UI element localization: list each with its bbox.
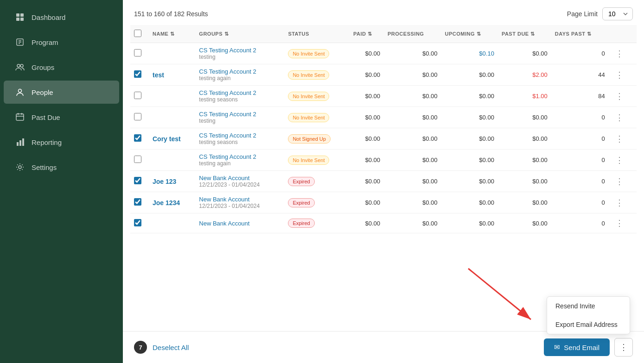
past-due-cell: $0.00 <box>498 128 551 150</box>
select-all-checkbox[interactable] <box>134 30 141 37</box>
settings-icon <box>15 162 25 172</box>
group-name[interactable]: New Bank Account <box>199 196 281 203</box>
row-more-cell: ⋮ <box>609 213 637 233</box>
status-badge: No Invite Sent <box>288 92 329 101</box>
processing-cell: $0.00 <box>384 107 441 128</box>
header-processing: PROCESSING <box>384 25 441 43</box>
past-due-cell: $0.00 <box>498 107 551 128</box>
processing-cell: $0.00 <box>384 128 441 150</box>
group-name[interactable]: New Bank Account <box>199 220 281 227</box>
row-checkbox[interactable] <box>134 92 141 99</box>
row-checkbox[interactable] <box>134 49 141 56</box>
header-past-due[interactable]: PAST DUE ⇅ <box>498 25 551 43</box>
status-cell: No Invite Sent <box>284 150 350 171</box>
table-row: CS Testing Account 2testing againNo Invi… <box>130 150 637 171</box>
upcoming-cell: $0.00 <box>441 128 497 150</box>
days-past-cell: 0 <box>551 107 609 128</box>
group-sub: testing <box>199 118 281 124</box>
row-more-cell: ⋮ <box>609 192 637 213</box>
group-name[interactable]: CS Testing Account 2 <box>199 68 281 75</box>
upcoming-cell: $0.00 <box>441 86 497 107</box>
svg-rect-3 <box>20 18 24 21</box>
row-more-button[interactable]: ⋮ <box>612 217 626 229</box>
status-badge: Expired <box>288 198 314 207</box>
days-past-cell: 0 <box>551 150 609 171</box>
results-count: 151 to 160 of 182 Results <box>134 10 208 18</box>
header-upcoming[interactable]: UPCOMING ⇅ <box>441 25 497 43</box>
group-name[interactable]: New Bank Account <box>199 175 281 182</box>
row-checkbox[interactable] <box>134 177 141 184</box>
more-actions-button[interactable]: ⋮ <box>614 338 633 357</box>
sidebar: Dashboard Program Groups People Past Due… <box>0 0 123 363</box>
upcoming-cell: $0.00 <box>441 213 497 233</box>
row-checkbox[interactable] <box>134 219 141 226</box>
status-badge: No Invite Sent <box>288 49 329 58</box>
group-name[interactable]: CS Testing Account 2 <box>199 89 281 96</box>
context-export-email[interactable]: Export Email Address <box>547 315 630 334</box>
svg-rect-2 <box>16 18 19 21</box>
row-checkbox[interactable] <box>134 198 141 206</box>
row-more-button[interactable]: ⋮ <box>612 69 626 81</box>
group-cell: New Bank Account <box>195 213 284 233</box>
sidebar-label-settings: Settings <box>32 163 57 171</box>
sidebar-item-settings[interactable]: Settings <box>4 156 119 179</box>
bottom-bar: 7 Deselect All ✉ Send Email ⋮ <box>123 331 644 363</box>
send-email-button[interactable]: ✉ Send Email <box>544 338 610 356</box>
header-name[interactable]: NAME ⇅ <box>149 25 195 43</box>
group-name[interactable]: CS Testing Account 2 <box>199 132 281 139</box>
status-cell: No Invite Sent <box>284 107 350 128</box>
person-name-cell <box>149 86 195 107</box>
group-name[interactable]: CS Testing Account 2 <box>199 111 281 118</box>
header-status: STATUS <box>284 25 350 43</box>
sidebar-item-people[interactable]: People <box>4 81 119 104</box>
svg-rect-16 <box>19 140 21 146</box>
sidebar-item-pastdue[interactable]: Past Due <box>4 106 119 129</box>
group-cell: CS Testing Account 2testing <box>195 107 284 128</box>
header-paid[interactable]: PAID ⇅ <box>350 25 384 43</box>
context-menu: Resend Invite Export Email Address <box>547 296 630 334</box>
svg-point-9 <box>20 64 23 67</box>
header-groups[interactable]: GROUPS ⇅ <box>195 25 284 43</box>
header-days-past[interactable]: DAYS PAST ⇅ <box>551 25 609 43</box>
group-name[interactable]: CS Testing Account 2 <box>199 47 281 54</box>
row-more-button[interactable]: ⋮ <box>612 48 626 60</box>
paid-cell: $0.00 <box>350 86 384 107</box>
sidebar-item-groups[interactable]: Groups <box>4 56 119 79</box>
row-more-cell: ⋮ <box>609 107 637 128</box>
row-more-button[interactable]: ⋮ <box>612 133 626 145</box>
group-sub: testing seasons <box>199 139 281 145</box>
sidebar-item-reporting[interactable]: Reporting <box>4 131 119 154</box>
days-past-cell: 0 <box>551 43 609 64</box>
page-limit-select[interactable]: 10 25 50 100 <box>602 7 633 20</box>
row-checkbox[interactable] <box>134 70 141 78</box>
send-email-label: Send Email <box>564 344 599 351</box>
row-more-button[interactable]: ⋮ <box>612 112 626 124</box>
row-more-button[interactable]: ⋮ <box>612 197 626 209</box>
paid-cell: $0.00 <box>350 64 384 86</box>
sidebar-item-program[interactable]: Program <box>4 31 119 54</box>
group-cell: New Bank Account12/21/2023 - 01/04/2024 <box>195 171 284 192</box>
row-checkbox[interactable] <box>134 134 141 142</box>
row-checkbox[interactable] <box>134 113 141 120</box>
header-actions <box>609 25 637 43</box>
person-name[interactable]: Cory test <box>153 135 181 143</box>
status-badge: No Invite Sent <box>288 70 329 80</box>
row-more-button[interactable]: ⋮ <box>612 175 626 188</box>
main-content: 151 to 160 of 182 Results Page Limit 10 … <box>123 0 644 363</box>
table-row: Joe 123New Bank Account12/21/2023 - 01/0… <box>130 171 637 192</box>
context-resend-invite[interactable]: Resend Invite <box>547 297 630 315</box>
past-due-cell: $0.00 <box>498 192 551 213</box>
group-name[interactable]: CS Testing Account 2 <box>199 153 281 160</box>
deselect-all-button[interactable]: Deselect All <box>153 344 189 351</box>
sidebar-item-dashboard[interactable]: Dashboard <box>4 6 119 29</box>
person-name[interactable]: Joe 1234 <box>153 199 180 207</box>
days-past-cell: 44 <box>551 64 609 86</box>
row-checkbox[interactable] <box>134 156 141 163</box>
person-name[interactable]: test <box>153 71 164 79</box>
upcoming-cell: $0.00 <box>441 192 497 213</box>
svg-rect-17 <box>22 138 24 146</box>
person-name[interactable]: Joe 123 <box>153 178 176 185</box>
row-more-button[interactable]: ⋮ <box>612 90 626 102</box>
status-cell: No Invite Sent <box>284 86 350 107</box>
row-more-button[interactable]: ⋮ <box>612 154 626 166</box>
